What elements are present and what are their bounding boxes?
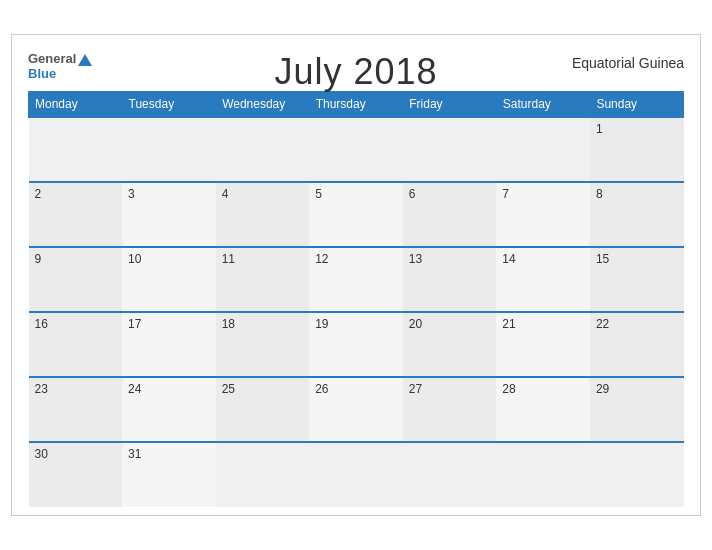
logo-blue-text: Blue — [28, 66, 56, 81]
calendar-day-cell: 30 — [29, 442, 123, 507]
day-number: 28 — [502, 382, 515, 396]
calendar-day-cell — [590, 442, 684, 507]
calendar-day-cell: 1 — [590, 117, 684, 182]
logo-triangle-icon — [78, 54, 92, 66]
calendar-day-cell: 6 — [403, 182, 497, 247]
calendar-week-row: 1 — [29, 117, 684, 182]
calendar-day-cell: 15 — [590, 247, 684, 312]
calendar-day-cell: 23 — [29, 377, 123, 442]
header-wednesday: Wednesday — [216, 92, 310, 118]
calendar-day-cell: 24 — [122, 377, 216, 442]
calendar-day-cell: 2 — [29, 182, 123, 247]
calendar-day-cell: 27 — [403, 377, 497, 442]
header-monday: Monday — [29, 92, 123, 118]
day-number: 27 — [409, 382, 422, 396]
day-number: 9 — [35, 252, 42, 266]
day-number: 10 — [128, 252, 141, 266]
day-number: 12 — [315, 252, 328, 266]
calendar-day-cell — [216, 442, 310, 507]
calendar-day-cell: 16 — [29, 312, 123, 377]
day-number: 29 — [596, 382, 609, 396]
calendar-day-cell: 29 — [590, 377, 684, 442]
calendar-week-row: 3031 — [29, 442, 684, 507]
day-number: 14 — [502, 252, 515, 266]
day-number: 30 — [35, 447, 48, 461]
day-number: 3 — [128, 187, 135, 201]
calendar-day-cell: 22 — [590, 312, 684, 377]
day-number: 1 — [596, 122, 603, 136]
day-number: 2 — [35, 187, 42, 201]
day-number: 7 — [502, 187, 509, 201]
calendar-day-cell — [309, 117, 403, 182]
calendar-day-cell — [403, 117, 497, 182]
calendar-day-cell: 5 — [309, 182, 403, 247]
header-saturday: Saturday — [496, 92, 590, 118]
calendar-container: General Blue July 2018 Equatorial Guinea… — [11, 34, 701, 516]
calendar-day-cell: 4 — [216, 182, 310, 247]
calendar-day-cell: 19 — [309, 312, 403, 377]
calendar-day-cell: 17 — [122, 312, 216, 377]
logo-blue-line: Blue — [28, 66, 56, 81]
day-number: 22 — [596, 317, 609, 331]
calendar-day-cell: 8 — [590, 182, 684, 247]
day-number: 13 — [409, 252, 422, 266]
calendar-day-cell: 14 — [496, 247, 590, 312]
calendar-day-cell: 3 — [122, 182, 216, 247]
day-number: 16 — [35, 317, 48, 331]
logo-general-text: General — [28, 51, 76, 66]
logo: General Blue — [28, 51, 92, 81]
calendar-day-cell: 31 — [122, 442, 216, 507]
day-number: 11 — [222, 252, 235, 266]
calendar-day-cell: 20 — [403, 312, 497, 377]
day-number: 23 — [35, 382, 48, 396]
month-title: July 2018 — [274, 51, 437, 93]
calendar-day-cell: 21 — [496, 312, 590, 377]
calendar-day-cell: 26 — [309, 377, 403, 442]
day-number: 25 — [222, 382, 235, 396]
calendar-day-cell — [496, 117, 590, 182]
day-number: 5 — [315, 187, 322, 201]
day-number: 21 — [502, 317, 515, 331]
calendar-day-cell: 10 — [122, 247, 216, 312]
header-thursday: Thursday — [309, 92, 403, 118]
calendar-grid: Monday Tuesday Wednesday Thursday Friday… — [28, 91, 684, 507]
header-tuesday: Tuesday — [122, 92, 216, 118]
calendar-day-cell — [122, 117, 216, 182]
calendar-week-row: 23242526272829 — [29, 377, 684, 442]
day-number: 26 — [315, 382, 328, 396]
day-number: 18 — [222, 317, 235, 331]
day-number: 6 — [409, 187, 416, 201]
calendar-day-cell — [216, 117, 310, 182]
logo-general: General — [28, 51, 92, 66]
calendar-day-cell: 25 — [216, 377, 310, 442]
calendar-day-cell: 18 — [216, 312, 310, 377]
calendar-day-cell: 7 — [496, 182, 590, 247]
calendar-week-row: 9101112131415 — [29, 247, 684, 312]
calendar-day-cell: 13 — [403, 247, 497, 312]
calendar-day-cell — [29, 117, 123, 182]
day-number: 20 — [409, 317, 422, 331]
calendar-day-cell: 9 — [29, 247, 123, 312]
header-friday: Friday — [403, 92, 497, 118]
calendar-day-cell — [403, 442, 497, 507]
calendar-day-cell: 11 — [216, 247, 310, 312]
day-number: 8 — [596, 187, 603, 201]
day-number: 15 — [596, 252, 609, 266]
header-sunday: Sunday — [590, 92, 684, 118]
calendar-week-row: 16171819202122 — [29, 312, 684, 377]
day-number: 31 — [128, 447, 141, 461]
calendar-header: General Blue July 2018 Equatorial Guinea — [28, 51, 684, 81]
calendar-day-cell: 28 — [496, 377, 590, 442]
calendar-day-cell — [496, 442, 590, 507]
calendar-week-row: 2345678 — [29, 182, 684, 247]
calendar-day-cell: 12 — [309, 247, 403, 312]
day-number: 19 — [315, 317, 328, 331]
weekday-header-row: Monday Tuesday Wednesday Thursday Friday… — [29, 92, 684, 118]
country-name: Equatorial Guinea — [572, 51, 684, 71]
calendar-day-cell — [309, 442, 403, 507]
day-number: 4 — [222, 187, 229, 201]
day-number: 24 — [128, 382, 141, 396]
day-number: 17 — [128, 317, 141, 331]
